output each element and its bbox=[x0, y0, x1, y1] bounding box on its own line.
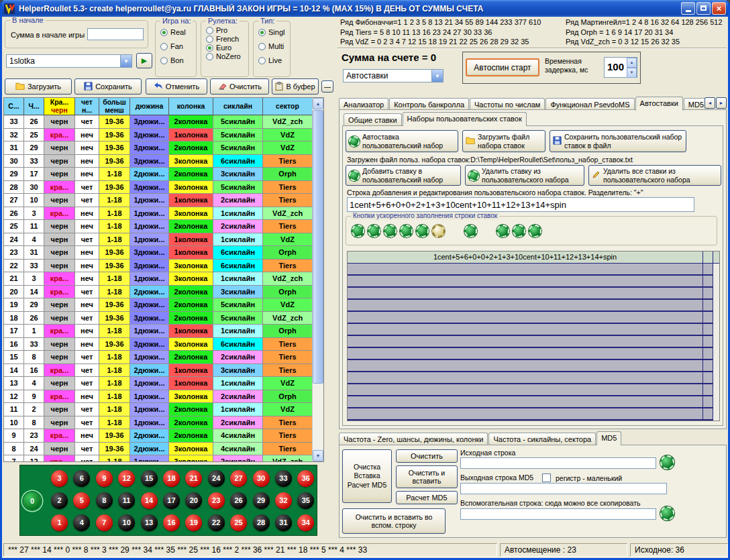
board-number-24[interactable]: 24 bbox=[208, 470, 225, 487]
spin-row[interactable]: 1416кра...чет1-182дюжи...1колонка3сиклай… bbox=[4, 364, 323, 378]
spin-row[interactable]: 2331черннеч19-363дюжи...1колонка6сиклайн… bbox=[4, 246, 323, 260]
quick-chip-button[interactable] bbox=[400, 225, 413, 237]
board-number-20[interactable]: 20 bbox=[185, 492, 202, 509]
copy-to-buffer-button[interactable]: В буфер bbox=[272, 78, 319, 95]
spin-row[interactable]: 3129черннеч19-363дюжи...2колонка5сиклайн… bbox=[4, 142, 323, 155]
tab-1[interactable]: Наборы пользовательских ставок bbox=[403, 112, 527, 126]
column-header[interactable]: дюжина bbox=[130, 98, 169, 115]
radio-option-fan[interactable]: Fan bbox=[156, 42, 196, 50]
quick-chip-button[interactable] bbox=[529, 225, 541, 237]
column-header[interactable]: колонка bbox=[169, 98, 213, 115]
save-set-file-button[interactable]: Сохранить пользовательский набор ставок … bbox=[550, 130, 686, 152]
stakes-list-subheader-cell[interactable] bbox=[703, 251, 713, 263]
spin-row[interactable]: 1633черннеч19-363дюжи...3колонка6сиклайн… bbox=[4, 338, 323, 351]
spin-row[interactable]: 2511черннеч1-181дюжи...2колонка2сиклайнT… bbox=[4, 220, 323, 233]
radio-option-euro[interactable]: Euro bbox=[201, 44, 248, 52]
slot-combo[interactable]: 1slotka ▼ bbox=[6, 54, 132, 68]
column-header[interactable]: Ч... bbox=[24, 98, 44, 115]
board-number-1[interactable]: 1 bbox=[51, 514, 68, 531]
board-number-32[interactable]: 32 bbox=[275, 492, 292, 509]
board-number-21[interactable]: 21 bbox=[185, 470, 202, 487]
list-row[interactable] bbox=[348, 360, 719, 372]
list-row[interactable] bbox=[348, 276, 719, 288]
board-number-22[interactable]: 22 bbox=[208, 514, 225, 531]
spin-row[interactable]: 2917черннеч1-182дюжи...2колонка3сиклайнO… bbox=[4, 168, 323, 181]
spin-row[interactable]: 158чернчет1-181дюжи...2колонка2сиклайнTi… bbox=[4, 351, 323, 364]
list-row[interactable] bbox=[348, 408, 719, 421]
spin-row[interactable]: 108чернчет1-181дюжи...2колонка2сиклайнTi… bbox=[4, 416, 323, 430]
board-number-6[interactable]: 6 bbox=[73, 470, 90, 487]
quick-chip-button[interactable] bbox=[416, 225, 429, 237]
spin-row[interactable]: 1826чернчет19-363дюжи...2колонка5сиклайн… bbox=[4, 312, 323, 325]
minimize-button[interactable] bbox=[681, 2, 695, 15]
tabs-scroll-right-icon[interactable]: ► bbox=[716, 97, 727, 109]
remove-stake-button[interactable]: Удалить ставку из пользовательского набо… bbox=[465, 165, 584, 186]
quick-chip-button[interactable] bbox=[384, 225, 397, 237]
tab-0[interactable]: Анализатор bbox=[339, 98, 388, 110]
board-number-0[interactable]: 0 bbox=[23, 492, 41, 510]
board-number-25[interactable]: 25 bbox=[230, 514, 247, 531]
board-number-27[interactable]: 27 bbox=[230, 470, 247, 487]
delay-spinner[interactable]: 100 ▲ ▼ bbox=[604, 57, 637, 78]
table-scrollbar[interactable]: ▲ ▼ bbox=[312, 98, 323, 461]
md5-output-input[interactable] bbox=[460, 483, 667, 494]
board-number-36[interactable]: 36 bbox=[297, 470, 314, 487]
spin-row[interactable]: 2233черннеч19-363дюжи...3колонка6сиклайн… bbox=[4, 260, 323, 273]
column-header[interactable]: сиклайн bbox=[213, 98, 263, 115]
board-number-15[interactable]: 15 bbox=[141, 470, 158, 487]
board-number-35[interactable]: 35 bbox=[297, 492, 314, 509]
spin-row[interactable]: 923кра...неч19-362дюжи...2колонка4сиклай… bbox=[4, 429, 323, 443]
board-number-12[interactable]: 12 bbox=[118, 470, 135, 487]
spin-row[interactable]: 263кра...неч1-181дюжи...3колонка1сиклайн… bbox=[4, 207, 323, 221]
board-number-10[interactable]: 10 bbox=[118, 514, 135, 531]
md5-clear-button[interactable]: Очистить bbox=[396, 449, 458, 463]
quick-chip-button[interactable] bbox=[368, 225, 380, 237]
board-number-29[interactable]: 29 bbox=[253, 492, 270, 509]
list-row[interactable] bbox=[348, 300, 719, 312]
stakes-list-header[interactable]: 1cent+5+6+0+0+2+1+3+10cent+10+11+12+13+1… bbox=[348, 251, 719, 264]
board-number-3[interactable]: 3 bbox=[51, 470, 68, 487]
spin-row[interactable]: 2830кра...чет19-363дюжи...3колонка5сикла… bbox=[4, 181, 323, 194]
tab-2[interactable]: MD5 bbox=[596, 431, 621, 445]
radio-option-live[interactable]: Live bbox=[254, 56, 290, 64]
tab-0[interactable]: Общие ставки bbox=[344, 113, 402, 125]
md5-clear-paste-button[interactable]: Очистить и вставить bbox=[396, 465, 458, 488]
chevron-down-icon[interactable]: ▼ bbox=[431, 70, 443, 82]
column-header[interactable]: четн... bbox=[75, 98, 99, 115]
spin-row[interactable]: 3225кра...неч19-363дюжи...1колонка5сикла… bbox=[4, 129, 323, 142]
md5-source-input[interactable] bbox=[460, 457, 656, 469]
chevron-down-icon[interactable]: ▼ bbox=[120, 55, 132, 67]
load-set-file-button[interactable]: Загрузить файл набора ставок bbox=[462, 130, 545, 152]
md5-clear-paste-helper-button[interactable]: Очистить и вставить во вспом. строку bbox=[342, 508, 446, 534]
board-number-16[interactable]: 16 bbox=[163, 514, 180, 531]
spin-row[interactable]: 244чернчет1-181дюжи...1колонка1сиклайнVd… bbox=[4, 233, 323, 247]
quick-chip-button[interactable] bbox=[497, 225, 509, 237]
tabs-scroll-left-icon[interactable]: ◄ bbox=[705, 97, 715, 109]
spin-row[interactable]: 112чернчет1-181дюжи...2колонка1сиклайнVd… bbox=[4, 403, 323, 416]
list-row[interactable] bbox=[348, 348, 719, 360]
spin-row[interactable]: 712кра...чет1-181дюжи...3колонка2сиклайн… bbox=[4, 455, 323, 461]
autostake-userset-button[interactable]: Автоставка пользовательский набор bbox=[346, 130, 458, 152]
spin-row[interactable]: 2710чернчет1-181дюжи...1колонка2сиклайнT… bbox=[4, 194, 323, 207]
stakes-list[interactable]: 1cent+5+6+0+0+2+1+3+10cent+10+11+12+13+1… bbox=[347, 251, 720, 421]
board-number-28[interactable]: 28 bbox=[253, 514, 270, 531]
collapse-button[interactable]: — bbox=[321, 80, 333, 93]
list-row[interactable] bbox=[348, 324, 719, 336]
scroll-down-icon[interactable]: ▼ bbox=[313, 450, 323, 461]
md5-master-button[interactable]: Очистка Вставка Расчет MD5 bbox=[342, 449, 392, 503]
board-number-2[interactable]: 2 bbox=[51, 492, 68, 509]
column-header[interactable]: сектор bbox=[263, 98, 312, 115]
column-header[interactable]: большменш bbox=[99, 98, 130, 115]
tab-0[interactable]: Частота - Zero, шансы, дюжины, колонки bbox=[339, 433, 488, 445]
board-number-26[interactable]: 26 bbox=[230, 492, 247, 509]
board-number-17[interactable]: 17 bbox=[163, 492, 180, 509]
clear-button[interactable]: Очистить bbox=[210, 78, 269, 95]
tab-1[interactable]: Контроль банкролла bbox=[389, 98, 469, 110]
column-header[interactable]: С... bbox=[4, 98, 24, 115]
radio-option-multi[interactable]: Multi bbox=[254, 42, 290, 50]
spin-row[interactable]: 129кра...неч1-181дюжи...3колонка2сиклайн… bbox=[4, 390, 323, 404]
list-row[interactable] bbox=[348, 336, 719, 348]
board-number-34[interactable]: 34 bbox=[297, 514, 314, 531]
radio-option-pro[interactable]: Pro bbox=[201, 26, 248, 34]
radio-option-french[interactable]: French bbox=[201, 35, 248, 43]
